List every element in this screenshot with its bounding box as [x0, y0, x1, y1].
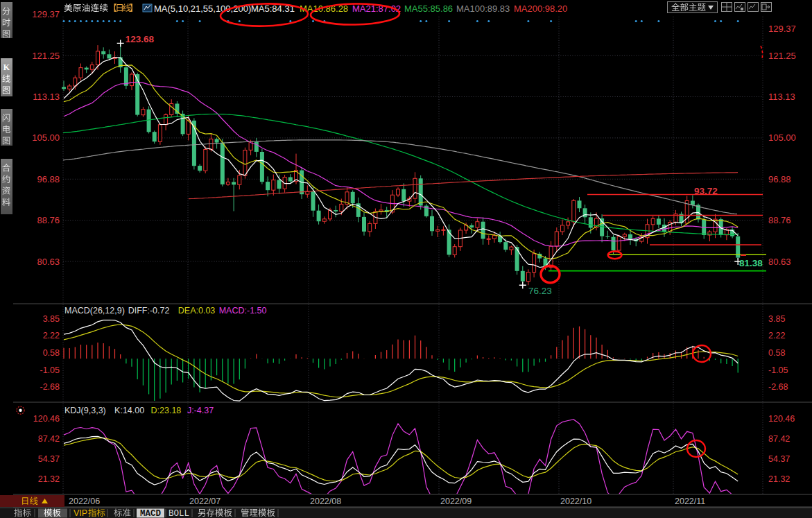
svg-text:MACD:-1.50: MACD:-1.50: [219, 306, 267, 316]
svg-text:21.32: 21.32: [38, 474, 60, 484]
svg-text:120.46: 120.46: [33, 414, 60, 424]
svg-text:J:-4.37: J:-4.37: [187, 406, 214, 415]
svg-text:105.00: 105.00: [32, 132, 60, 143]
svg-text:KDJ(9,3,3): KDJ(9,3,3): [64, 406, 106, 415]
svg-text:96.88: 96.88: [768, 174, 791, 184]
svg-text:MACD(26,12,9): MACD(26,12,9): [64, 306, 125, 316]
svg-text:2022/10: 2022/10: [560, 497, 591, 506]
svg-text:D:23.18: D:23.18: [151, 406, 182, 415]
svg-text:96.88: 96.88: [37, 174, 60, 184]
svg-text:123.68: 123.68: [126, 34, 155, 44]
svg-text:0.58: 0.58: [43, 348, 60, 358]
svg-text:80.63: 80.63: [768, 257, 791, 267]
svg-text:-2.68: -2.68: [40, 382, 60, 392]
svg-text:DIFF:-0.72: DIFF:-0.72: [128, 306, 170, 316]
svg-text:80.63: 80.63: [37, 257, 60, 267]
svg-text:81.38: 81.38: [739, 258, 763, 268]
svg-text:88.76: 88.76: [37, 215, 60, 225]
svg-text:BOLL: BOLL: [169, 509, 189, 518]
svg-text:-1.05: -1.05: [40, 365, 60, 375]
svg-text:54.37: 54.37: [38, 454, 60, 464]
svg-text:MACD: MACD: [140, 509, 162, 518]
svg-text:MA100:89.83: MA100:89.83: [456, 3, 510, 14]
svg-text:113.13: 113.13: [768, 92, 795, 102]
svg-text:121.25: 121.25: [32, 51, 60, 61]
svg-text:2022/07: 2022/07: [189, 497, 221, 506]
svg-text:87.42: 87.42: [38, 434, 60, 444]
svg-text:2022/08: 2022/08: [310, 497, 341, 506]
svg-text:2022/06: 2022/06: [69, 497, 100, 506]
svg-text:129.37: 129.37: [32, 9, 60, 19]
svg-text:3.85: 3.85: [768, 314, 785, 324]
svg-text:MA(5,10,21,55,100,200): MA(5,10,21,55,100,200): [154, 3, 251, 14]
svg-text:VIP: VIP: [74, 508, 87, 518]
svg-text:-1.05: -1.05: [768, 365, 788, 375]
svg-text:DEA:0.03: DEA:0.03: [178, 306, 216, 316]
svg-text:K:14.00: K:14.00: [114, 406, 144, 415]
svg-text:76.23: 76.23: [528, 286, 552, 296]
svg-text:129.37: 129.37: [768, 24, 796, 34]
svg-text:87.42: 87.42: [768, 434, 790, 444]
svg-text:93.72: 93.72: [694, 186, 718, 196]
svg-text:2022/09: 2022/09: [440, 497, 472, 506]
svg-text:MA55:85.86: MA55:85.86: [404, 3, 453, 14]
svg-text:105.00: 105.00: [768, 132, 796, 143]
svg-text:0.58: 0.58: [768, 348, 785, 358]
svg-text:54.37: 54.37: [768, 454, 790, 464]
svg-text:21.32: 21.32: [768, 474, 790, 484]
svg-text:3.85: 3.85: [43, 314, 60, 324]
svg-text:K: K: [3, 62, 10, 72]
svg-text:2022/11: 2022/11: [675, 497, 705, 506]
svg-text:88.76: 88.76: [768, 215, 791, 225]
svg-text:2.22: 2.22: [43, 331, 60, 340]
svg-text:2.22: 2.22: [768, 331, 785, 340]
svg-text:121.25: 121.25: [768, 51, 796, 61]
svg-text:120.46: 120.46: [768, 414, 795, 424]
svg-text:MA200:98.20: MA200:98.20: [514, 3, 567, 14]
svg-text:113.13: 113.13: [33, 92, 60, 102]
svg-text:-2.68: -2.68: [768, 382, 788, 392]
